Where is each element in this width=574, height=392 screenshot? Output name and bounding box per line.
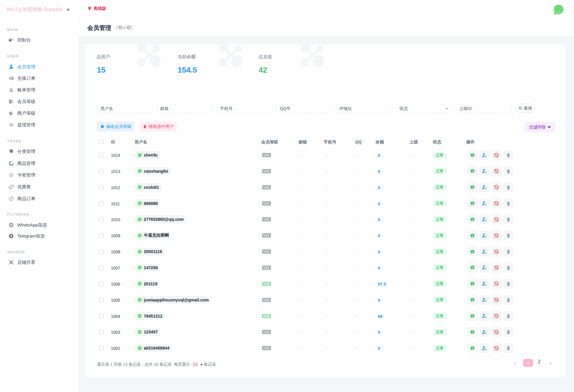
svg-text:$: $ [472, 235, 473, 237]
svg-text:$: $ [472, 283, 473, 285]
svg-text:$: $ [472, 251, 473, 253]
svg-text:$: $ [472, 347, 473, 350]
svg-text:$: $ [472, 299, 473, 301]
svg-text:$: $ [472, 267, 473, 269]
svg-text:$: $ [472, 154, 473, 156]
svg-text:$: $ [472, 315, 473, 317]
svg-text:$: $ [472, 186, 473, 189]
svg-text:$: $ [472, 218, 473, 221]
svg-text:$: $ [472, 170, 473, 172]
svg-text:$: $ [472, 331, 473, 333]
svg-text:$: $ [472, 202, 473, 205]
